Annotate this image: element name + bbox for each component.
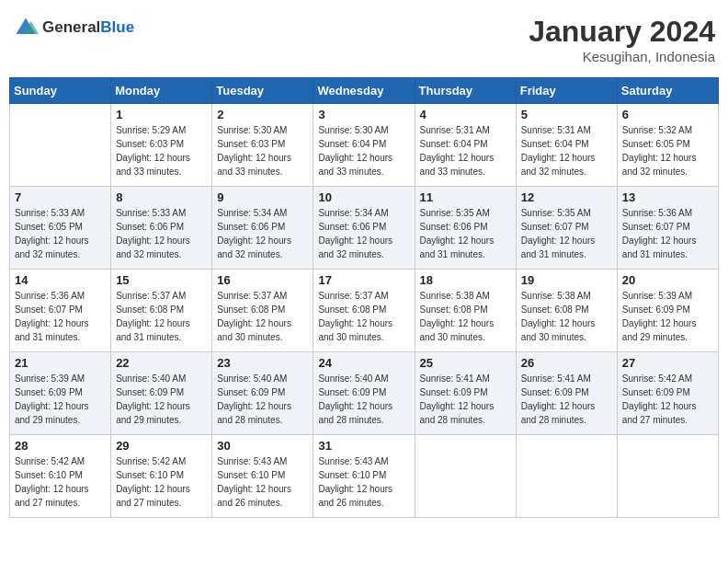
day-number: 16	[217, 273, 308, 287]
day-number: 12	[521, 190, 612, 204]
day-cell: 2Sunrise: 5:30 AM Sunset: 6:03 PM Daylig…	[212, 104, 313, 187]
day-cell: 4Sunrise: 5:31 AM Sunset: 6:04 PM Daylig…	[415, 104, 516, 187]
day-number: 21	[15, 356, 106, 370]
column-header-saturday: Saturday	[617, 78, 718, 104]
day-info: Sunrise: 5:43 AM Sunset: 6:10 PM Dayligh…	[217, 454, 308, 510]
day-number: 7	[15, 190, 106, 204]
day-cell: 31Sunrise: 5:43 AM Sunset: 6:10 PM Dayli…	[313, 435, 415, 518]
day-info: Sunrise: 5:36 AM Sunset: 6:07 PM Dayligh…	[15, 289, 106, 344]
day-info: Sunrise: 5:33 AM Sunset: 6:06 PM Dayligh…	[116, 206, 207, 261]
day-cell: 15Sunrise: 5:37 AM Sunset: 6:08 PM Dayli…	[111, 270, 212, 352]
day-cell: 9Sunrise: 5:34 AM Sunset: 6:06 PM Daylig…	[212, 187, 313, 270]
day-cell: 12Sunrise: 5:35 AM Sunset: 6:07 PM Dayli…	[516, 187, 617, 270]
logo-icon	[13, 15, 39, 40]
column-header-tuesday: Tuesday	[212, 78, 313, 104]
day-cell: 30Sunrise: 5:43 AM Sunset: 6:10 PM Dayli…	[212, 435, 313, 518]
logo: GeneralBlue	[13, 15, 134, 40]
day-number: 31	[318, 439, 409, 453]
day-info: Sunrise: 5:42 AM Sunset: 6:10 PM Dayligh…	[116, 454, 207, 510]
day-info: Sunrise: 5:36 AM Sunset: 6:07 PM Dayligh…	[622, 206, 713, 261]
day-cell: 21Sunrise: 5:39 AM Sunset: 6:09 PM Dayli…	[10, 352, 111, 435]
day-info: Sunrise: 5:31 AM Sunset: 6:04 PM Dayligh…	[420, 123, 511, 178]
day-info: Sunrise: 5:43 AM Sunset: 6:10 PM Dayligh…	[318, 454, 409, 510]
day-number: 20	[622, 273, 713, 287]
week-row-2: 7Sunrise: 5:33 AM Sunset: 6:05 PM Daylig…	[10, 187, 719, 270]
day-cell: 8Sunrise: 5:33 AM Sunset: 6:06 PM Daylig…	[111, 187, 212, 270]
column-header-sunday: Sunday	[10, 78, 111, 104]
day-number: 5	[521, 108, 612, 121]
day-cell: 20Sunrise: 5:39 AM Sunset: 6:09 PM Dayli…	[617, 270, 718, 352]
day-info: Sunrise: 5:35 AM Sunset: 6:07 PM Dayligh…	[521, 206, 612, 261]
day-cell	[617, 435, 718, 518]
day-info: Sunrise: 5:37 AM Sunset: 6:08 PM Dayligh…	[318, 289, 409, 344]
day-number: 17	[318, 273, 409, 287]
day-cell: 18Sunrise: 5:38 AM Sunset: 6:08 PM Dayli…	[415, 270, 516, 352]
day-number: 19	[521, 273, 612, 287]
day-cell: 6Sunrise: 5:32 AM Sunset: 6:05 PM Daylig…	[617, 104, 718, 187]
location-title: Kesugihan, Indonesia	[529, 49, 715, 64]
day-number: 30	[217, 439, 308, 453]
day-number: 6	[622, 108, 713, 121]
day-number: 4	[420, 108, 511, 121]
page-header: GeneralBlue January 2024 Kesugihan, Indo…	[9, 9, 719, 70]
column-header-wednesday: Wednesday	[313, 78, 415, 104]
day-cell: 29Sunrise: 5:42 AM Sunset: 6:10 PM Dayli…	[111, 435, 212, 518]
day-cell	[415, 435, 516, 518]
day-cell: 27Sunrise: 5:42 AM Sunset: 6:09 PM Dayli…	[617, 352, 718, 435]
day-info: Sunrise: 5:38 AM Sunset: 6:08 PM Dayligh…	[420, 289, 511, 344]
day-cell: 10Sunrise: 5:34 AM Sunset: 6:06 PM Dayli…	[313, 187, 415, 270]
day-info: Sunrise: 5:35 AM Sunset: 6:06 PM Dayligh…	[420, 206, 511, 261]
day-number: 23	[217, 356, 308, 370]
day-cell: 17Sunrise: 5:37 AM Sunset: 6:08 PM Dayli…	[313, 270, 415, 352]
month-title: January 2024	[529, 15, 715, 49]
day-info: Sunrise: 5:41 AM Sunset: 6:09 PM Dayligh…	[420, 372, 511, 427]
calendar-table: SundayMondayTuesdayWednesdayThursdayFrid…	[9, 77, 719, 518]
day-number: 10	[318, 190, 409, 204]
day-info: Sunrise: 5:40 AM Sunset: 6:09 PM Dayligh…	[217, 372, 308, 427]
day-info: Sunrise: 5:42 AM Sunset: 6:09 PM Dayligh…	[622, 372, 713, 427]
day-info: Sunrise: 5:40 AM Sunset: 6:09 PM Dayligh…	[116, 372, 207, 427]
day-number: 9	[217, 190, 308, 204]
day-number: 25	[420, 356, 511, 370]
day-cell: 11Sunrise: 5:35 AM Sunset: 6:06 PM Dayli…	[415, 187, 516, 270]
day-cell: 26Sunrise: 5:41 AM Sunset: 6:09 PM Dayli…	[516, 352, 617, 435]
day-cell: 24Sunrise: 5:40 AM Sunset: 6:09 PM Dayli…	[313, 352, 415, 435]
day-info: Sunrise: 5:39 AM Sunset: 6:09 PM Dayligh…	[15, 372, 106, 427]
day-cell: 7Sunrise: 5:33 AM Sunset: 6:05 PM Daylig…	[10, 187, 111, 270]
day-info: Sunrise: 5:37 AM Sunset: 6:08 PM Dayligh…	[217, 289, 308, 344]
day-info: Sunrise: 5:34 AM Sunset: 6:06 PM Dayligh…	[318, 206, 409, 261]
day-info: Sunrise: 5:29 AM Sunset: 6:03 PM Dayligh…	[116, 123, 207, 178]
day-cell	[10, 104, 111, 187]
day-info: Sunrise: 5:41 AM Sunset: 6:09 PM Dayligh…	[521, 372, 612, 427]
column-header-thursday: Thursday	[415, 78, 516, 104]
day-info: Sunrise: 5:39 AM Sunset: 6:09 PM Dayligh…	[622, 289, 713, 344]
week-row-4: 21Sunrise: 5:39 AM Sunset: 6:09 PM Dayli…	[10, 352, 719, 435]
day-cell: 25Sunrise: 5:41 AM Sunset: 6:09 PM Dayli…	[415, 352, 516, 435]
day-cell: 1Sunrise: 5:29 AM Sunset: 6:03 PM Daylig…	[111, 104, 212, 187]
day-info: Sunrise: 5:42 AM Sunset: 6:10 PM Dayligh…	[15, 454, 106, 510]
title-block: January 2024 Kesugihan, Indonesia	[529, 15, 715, 64]
column-header-friday: Friday	[516, 78, 617, 104]
day-number: 28	[15, 439, 106, 453]
day-info: Sunrise: 5:32 AM Sunset: 6:05 PM Dayligh…	[622, 123, 713, 178]
day-number: 22	[116, 356, 207, 370]
day-cell: 5Sunrise: 5:31 AM Sunset: 6:04 PM Daylig…	[516, 104, 617, 187]
week-row-5: 28Sunrise: 5:42 AM Sunset: 6:10 PM Dayli…	[10, 435, 719, 518]
day-info: Sunrise: 5:37 AM Sunset: 6:08 PM Dayligh…	[116, 289, 207, 344]
header-row: SundayMondayTuesdayWednesdayThursdayFrid…	[10, 78, 719, 104]
day-info: Sunrise: 5:34 AM Sunset: 6:06 PM Dayligh…	[217, 206, 308, 261]
day-cell: 19Sunrise: 5:38 AM Sunset: 6:08 PM Dayli…	[516, 270, 617, 352]
day-cell: 16Sunrise: 5:37 AM Sunset: 6:08 PM Dayli…	[212, 270, 313, 352]
day-info: Sunrise: 5:40 AM Sunset: 6:09 PM Dayligh…	[318, 372, 409, 427]
day-cell: 3Sunrise: 5:30 AM Sunset: 6:04 PM Daylig…	[313, 104, 415, 187]
day-cell: 22Sunrise: 5:40 AM Sunset: 6:09 PM Dayli…	[111, 352, 212, 435]
day-number: 15	[116, 273, 207, 287]
day-info: Sunrise: 5:38 AM Sunset: 6:08 PM Dayligh…	[521, 289, 612, 344]
day-info: Sunrise: 5:30 AM Sunset: 6:03 PM Dayligh…	[217, 123, 308, 178]
day-cell: 13Sunrise: 5:36 AM Sunset: 6:07 PM Dayli…	[617, 187, 718, 270]
day-info: Sunrise: 5:33 AM Sunset: 6:05 PM Dayligh…	[15, 206, 106, 261]
logo-blue: Blue	[100, 18, 134, 36]
day-number: 1	[116, 108, 207, 121]
column-header-monday: Monday	[111, 78, 212, 104]
day-number: 29	[116, 439, 207, 453]
